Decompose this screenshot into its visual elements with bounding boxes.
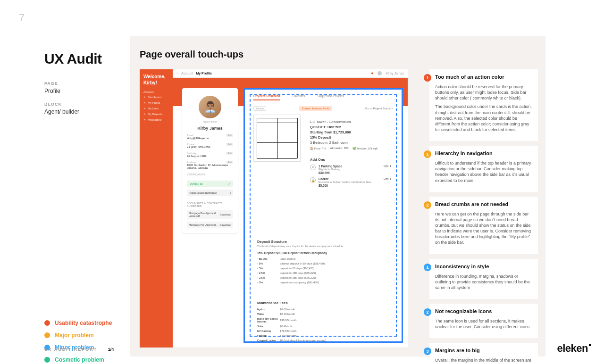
table-row: Hydro$0.00/month <box>257 307 391 312</box>
sub-interior: 🛋 Interior: 820 <box>330 147 349 150</box>
unit-deposit: 15% Deposit <box>310 135 391 140</box>
meta-block-value: Agent/ builder <box>44 108 122 115</box>
table-row: Capped Locker$0 (including fill-in amoun… <box>257 338 391 343</box>
brand-logo: eleken <box>557 342 591 355</box>
note-number-badge: 3 <box>424 347 431 355</box>
note-paragraph: Here we can get on the page through the … <box>435 211 532 246</box>
avatar: 👨🏽‍💼 <box>199 96 221 118</box>
note-paragraph: The background color under the cards is … <box>435 104 532 132</box>
note-paragraph: Overall, the margins in the middle of th… <box>435 357 532 364</box>
profile-name: Kirby James <box>187 126 233 131</box>
note-body: Difference in rounding, margins, shadows… <box>435 273 532 290</box>
legend-label: Usability catastrophe <box>55 320 112 326</box>
annotation-note: 2Not recognizable iconsThe same icon is … <box>429 304 538 338</box>
note-body: Overall, the margins in the middle of th… <box>435 357 532 364</box>
meta-block-label: BLOCK <box>44 102 122 107</box>
upload-icon[interactable]: ⇪ <box>229 191 231 194</box>
annotation-note: 1Inconsistency in styleDifference in rou… <box>429 259 538 299</box>
legend-item: Cosmetic problem <box>44 356 129 363</box>
status-row: Section Status: Internal Hold Go to Proj… <box>251 106 396 111</box>
addon-title: 1 Parking Space <box>319 165 342 168</box>
nav-section-label: Account <box>143 91 169 93</box>
unit-beds: 3 Bedroom, 2 Bathroom <box>310 141 391 145</box>
page-number: 7 <box>19 12 25 24</box>
sidebar-item[interactable]: My Units <box>143 107 169 110</box>
addon-row: 🔒LockerExclusive of locker monthly maint… <box>310 177 391 187</box>
table-row: ◦ 5%deposit on occupancy ($90,450) <box>257 280 391 285</box>
sidebar-item[interactable]: My Profile <box>143 101 169 104</box>
topbar: Account My Profile ✸ Kirby James <box>173 69 408 78</box>
sub-terrace: 🌿 Terrace: 178 sqft <box>352 147 378 150</box>
app-main: Account My Profile ✸ Kirby James 👨🏽‍💼 Ag… <box>173 69 408 347</box>
note-body: Action color should be reserved for the … <box>435 84 532 132</box>
deposit-sub: The level of deposit may vary. Inquire f… <box>257 245 391 248</box>
legend-dot-icon <box>44 320 50 326</box>
edit-button[interactable]: Edit <box>226 152 233 155</box>
docs-label: DOCUMENTS & CONTRACTS SUBMITTED <box>187 202 233 207</box>
unit-details: CG Tower - Condominium QC3/BC1: Unit 505… <box>310 119 391 187</box>
annotation-notes: 1Too much of an action colorAction color… <box>429 69 538 364</box>
note-title: Not recognizable icons <box>435 308 492 314</box>
addon-price: $5,500 <box>319 184 371 187</box>
crumb-2: My Profile <box>196 72 211 75</box>
check-icon: ✓ <box>228 182 230 185</box>
topbar-username: Kirby James <box>386 72 404 75</box>
crumb-1: Account <box>181 72 193 75</box>
note-number-badge: 2 <box>424 201 431 209</box>
footer: UX AUDIT REPORT 1/4 <box>44 347 114 352</box>
unit-number: QC3/BC1: Unit 505 <box>310 125 391 129</box>
note-number-badge: 1 <box>424 74 431 82</box>
annotation-note: 1Hierarchy in navigationDifficult to und… <box>429 146 538 192</box>
note-paragraph: Difference in rounding, margins, shadows… <box>435 273 532 290</box>
deposit-table: ◦ $5,000upon signing◦ 5%balance deposit … <box>257 256 391 285</box>
document-item: Mortgage Pre-Approval…Download <box>187 222 233 228</box>
topbar-right: ✸ Kirby James <box>371 71 404 75</box>
download-link[interactable]: Download <box>220 223 231 226</box>
table-row: Water$0.70/month <box>257 312 391 316</box>
annotation-note: 3Margins are to bigOverall, the margins … <box>429 343 538 364</box>
legend-dot-icon <box>44 332 50 338</box>
section-chip: Section <box>253 106 266 111</box>
note-paragraph: The same icon is used for all sections, … <box>435 318 532 330</box>
sidebar-item[interactable]: Messaging <box>143 118 169 121</box>
note-paragraph: Action color should be reserved for the … <box>435 84 532 101</box>
deposit-heading: Deposit Structure <box>257 240 391 244</box>
table-row: ◦ 2.5%deposit in 180 days ($45,225) <box>257 271 391 275</box>
sub-floor: 🏠 Floor 7–9 <box>310 147 326 150</box>
addon-title: Locker <box>319 177 371 181</box>
table-row: ◦ 2.5%deposit in 365 days ($45,225) <box>257 275 391 280</box>
sidebar-item[interactable]: My Projects <box>143 112 169 116</box>
download-link[interactable]: Download <box>220 213 231 216</box>
addr-value: 1020 Dunbarton Dr. Mississauga Ontario, … <box>187 164 233 169</box>
note-title: Margins are to big <box>435 347 480 353</box>
legend-item: Major problem <box>44 332 129 339</box>
deposit-summary: 15% Deposit $90,100 Deposit before Occup… <box>257 251 391 255</box>
avatar-small <box>378 71 382 75</box>
bday-value: 26 August 1986 <box>187 155 233 157</box>
left-column: UX Audit PAGE Profile BLOCK Agent/ build… <box>44 51 122 115</box>
verified-pill: Verified ID✓ <box>187 181 233 187</box>
sidebar-item[interactable]: Dashboard <box>143 95 169 99</box>
phone-value: +1 (437) 970-4756 <box>187 146 233 149</box>
dashed-annotation: Projects Reserved Favorites Suggested Pr… <box>250 94 397 337</box>
doc-export-row: Report Deposit Notification ⇪ <box>187 190 233 196</box>
brand-text: eleken <box>557 342 588 354</box>
doc-name: Mortgage Pre-Approval Letter.pdf <box>189 212 220 217</box>
edit-button[interactable]: Edit <box>226 143 233 146</box>
legend-item: Usability catastrophe <box>44 320 129 326</box>
addon-icon: 🔒 <box>310 177 316 183</box>
bell-icon: ✸ <box>371 72 374 75</box>
brand-dot-icon <box>589 344 591 346</box>
note-number-badge: 2 <box>424 308 431 316</box>
addon-qty: Qty: 1 <box>384 165 391 167</box>
goto-status-link[interactable]: Go to Project Status > <box>365 107 393 110</box>
addon-icon: P <box>310 165 316 170</box>
edit-button[interactable]: Edit <box>226 134 233 137</box>
unit-subinfo: 🏠 Floor 7–9 🛋 Interior: 820 🌿 Terrace: 1… <box>310 147 391 150</box>
tab-suggested[interactable]: Suggested Projects <box>317 94 344 100</box>
note-title: Hierarchy in navigation <box>435 150 493 156</box>
addons-heading: Add-Ons <box>310 157 391 162</box>
tabs-row: Projects Reserved Favorites Suggested Pr… <box>251 94 396 100</box>
tab-reserved[interactable]: Projects Reserved <box>253 94 280 100</box>
tab-favorites[interactable]: Favorites <box>293 94 305 100</box>
